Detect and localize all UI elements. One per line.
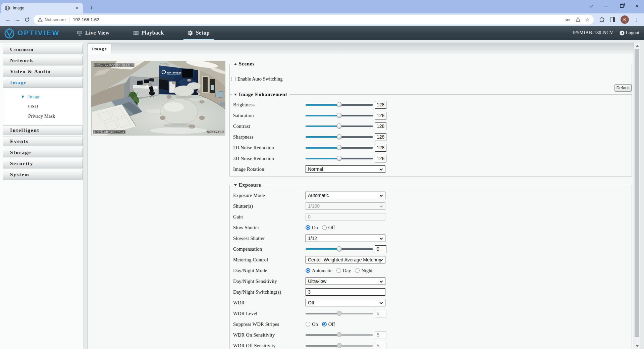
brightness-row: Brightness 128 (230, 99, 632, 110)
share-icon[interactable] (575, 17, 581, 22)
sidebar-item-system[interactable]: System (3, 170, 83, 180)
section-exposure-header[interactable]: Exposure (232, 182, 263, 188)
sharpness-slider[interactable] (306, 136, 373, 138)
reload-button[interactable] (22, 15, 32, 24)
brightness-slider[interactable] (306, 104, 373, 106)
day-night-day-radio[interactable] (336, 268, 341, 273)
sidebar-item-intelligent[interactable]: Intelligent (3, 126, 83, 135)
nav-setup[interactable]: Setup (183, 26, 215, 40)
section-image-enhancement-header[interactable]: Image Enhancement (232, 92, 289, 97)
brightness-value[interactable]: 128 (375, 101, 386, 109)
day-night-switching-row: Day/Night Switching(s) 3 (230, 287, 632, 297)
slow-shutter-off-radio[interactable] (322, 225, 327, 230)
sidebar-item-storage[interactable]: Storage (3, 148, 83, 157)
default-button[interactable]: Default (614, 84, 632, 92)
browser-tab[interactable]: Image × (1, 3, 83, 13)
submenu-item-image[interactable]: Image (3, 92, 83, 102)
wdr-on-sensitivity-value: 5 (375, 331, 386, 339)
playback-filmstrip-icon (133, 31, 139, 35)
compensation-value[interactable]: 0 (375, 245, 386, 253)
slider-knob[interactable] (337, 134, 342, 139)
exposure-mode-select[interactable]: Automatic (306, 192, 385, 199)
sidebar-item-common[interactable]: Common (3, 45, 83, 54)
scroll-up-button[interactable] (634, 43, 640, 48)
browser-menu-kebab-icon[interactable]: ⋮ (634, 17, 639, 23)
nav-playback[interactable]: Playback (128, 26, 169, 40)
suppress-wdr-on-radio[interactable] (306, 322, 310, 327)
slider-knob (337, 311, 342, 316)
metering-control-select[interactable]: Center-Weighted Average Metering (306, 256, 385, 263)
slider-knob[interactable] (337, 145, 342, 150)
new-tab-button[interactable]: + (87, 3, 96, 13)
day-night-automatic-radio[interactable] (306, 268, 310, 273)
restore-button[interactable] (619, 3, 625, 9)
sidebar-item-image[interactable]: Image (3, 78, 83, 88)
select-value: Ultra-low (308, 279, 326, 284)
page-tab-strip: Image (88, 43, 634, 53)
slider-knob[interactable] (337, 156, 342, 161)
profile-avatar[interactable]: K (621, 15, 629, 24)
slider-knob[interactable] (337, 102, 342, 107)
logout-button[interactable]: Logout (620, 30, 639, 36)
tab-close-icon[interactable]: × (74, 5, 80, 11)
scrollbar-thumb[interactable] (635, 49, 639, 337)
noise-3d-slider[interactable] (306, 158, 373, 159)
suppress-wdr-off-radio[interactable] (322, 322, 327, 327)
extensions-puzzle-icon[interactable] (599, 16, 605, 23)
back-button[interactable]: ← (3, 15, 13, 24)
submenu-item-privacy-mask[interactable]: Privacy Mask (3, 111, 83, 121)
slider-knob[interactable] (337, 246, 342, 251)
enable-auto-switching-checkbox[interactable] (231, 77, 235, 81)
sharpness-row: Sharpness 128 (230, 132, 632, 142)
day-night-sensitivity-select[interactable]: Ultra-low (306, 278, 385, 285)
address-bar[interactable]: Not secure 192.168.1.62 ☆ (34, 15, 594, 24)
section-scenes-header[interactable]: Scenes (232, 61, 257, 67)
submenu-item-osd[interactable]: OSD (3, 102, 83, 111)
day-night-night-radio[interactable] (355, 268, 360, 273)
sidebar-item-video-audio[interactable]: Video & Audio (3, 67, 83, 77)
side-panel-icon[interactable] (610, 17, 615, 22)
vertical-scrollbar[interactable] (634, 43, 640, 349)
saturation-slider[interactable] (306, 115, 373, 116)
section-title: Exposure (239, 182, 261, 188)
day-night-switching-input[interactable]: 3 (306, 288, 385, 296)
noise-2d-value[interactable]: 128 (375, 144, 386, 152)
chevron-down-icon (380, 237, 383, 240)
sharpness-value[interactable]: 128 (375, 133, 386, 141)
security-label[interactable]: Not secure (45, 17, 66, 22)
bookmark-star-icon[interactable]: ☆ (585, 17, 590, 23)
brand-logo: OPTIVIEW (3, 27, 72, 39)
slider-knob[interactable] (337, 113, 342, 118)
minimize-button[interactable] (603, 3, 609, 9)
contrast-value[interactable]: 128 (375, 122, 386, 130)
scroll-down-button[interactable] (634, 343, 640, 349)
nav-live-view[interactable]: Live View (72, 26, 114, 40)
scroll-down-icon (636, 345, 639, 347)
noise-3d-value[interactable]: 128 (375, 155, 386, 162)
slowest-shutter-select[interactable]: 1/12 (306, 235, 385, 242)
forward-button[interactable]: → (13, 15, 22, 24)
compensation-slider[interactable] (306, 248, 373, 250)
tab-image[interactable]: Image (88, 44, 111, 54)
nav-label: Setup (196, 30, 210, 36)
contrast-slider[interactable] (306, 126, 373, 127)
password-key-icon[interactable] (565, 17, 571, 22)
wdr-select[interactable]: Off (306, 299, 385, 306)
section-title: Image Enhancement (239, 92, 287, 97)
slow-shutter-row: Slow Shutter On Off (230, 222, 632, 233)
tab-search-chevron-icon[interactable] (588, 3, 594, 9)
sidebar-item-events[interactable]: Events (3, 137, 83, 146)
field-label: Day/Night Sensitivity (233, 279, 306, 284)
slow-shutter-on-radio[interactable] (306, 225, 310, 230)
image-rotation-select[interactable]: Normal (306, 165, 385, 173)
close-button[interactable]: × (634, 3, 640, 9)
field-label: Exposure Mode (233, 193, 306, 198)
brand-name: OPTIVIEW (17, 29, 60, 37)
slider-knob[interactable] (337, 123, 342, 129)
noise-2d-slider[interactable] (306, 147, 373, 149)
sidebar-item-network[interactable]: Network (3, 56, 83, 65)
url-text[interactable]: 192.168.1.62 (73, 17, 99, 22)
sidebar-item-security[interactable]: Security (3, 159, 83, 168)
expand-triangle-icon (234, 184, 237, 186)
saturation-value[interactable]: 128 (375, 112, 386, 119)
